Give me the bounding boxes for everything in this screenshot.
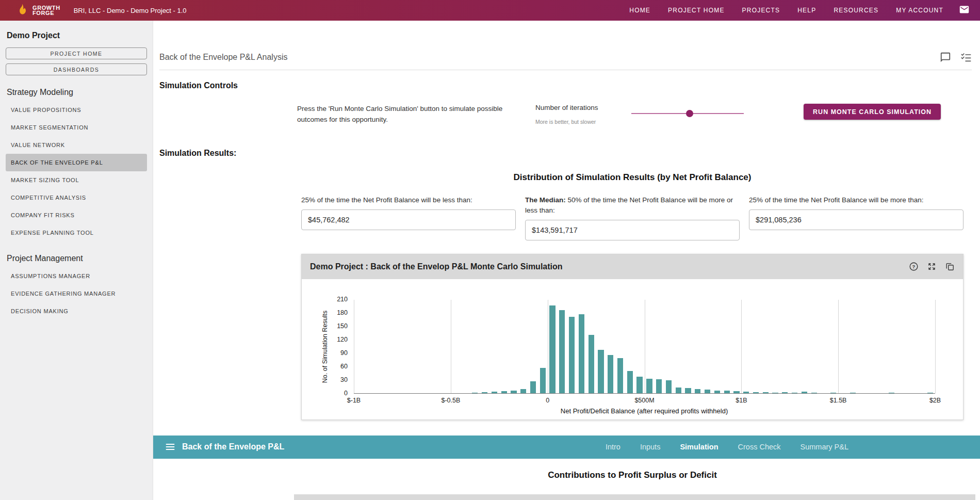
sidebar-item-value-propositions[interactable]: VALUE PROPOSITIONS (6, 101, 147, 119)
sidebar-item-back-of-the-envelope-p-l[interactable]: BACK OF THE ENVELOPE P&L (6, 154, 147, 171)
stat-value-input[interactable] (525, 220, 740, 240)
expand-icon[interactable] (927, 262, 937, 271)
sidebar-sections: Strategy ModelingVALUE PROPOSITIONSMARKE… (6, 88, 147, 320)
sidebar-section-title-strategy-modeling: Strategy Modeling (7, 88, 147, 97)
stat-value-input[interactable] (749, 209, 963, 230)
simulation-results-heading: Simulation Results: (159, 148, 972, 158)
nav-item-resources[interactable]: RESOURCES (834, 7, 878, 14)
app-logo[interactable]: GROWTH FORGE (15, 3, 60, 18)
chart-bar (472, 393, 478, 393)
chart-gridline (741, 300, 742, 393)
copy-icon[interactable] (945, 262, 955, 271)
chart-bar (792, 393, 797, 393)
simulation-controls-heading: Simulation Controls (159, 80, 972, 90)
chart-bar (782, 392, 788, 393)
chart-bar (520, 389, 526, 393)
iterations-slider-thumb[interactable] (686, 110, 693, 117)
chart-bar (540, 368, 546, 393)
nav-item-project-home[interactable]: PROJECT HOME (668, 7, 725, 14)
chart-gridline (935, 300, 936, 393)
flame-icon (15, 3, 29, 18)
chart-bar (530, 381, 536, 393)
contributions-section: Contributions to Profit Surplus or Defic… (301, 470, 963, 480)
chart-bar (579, 314, 584, 393)
sidebar-item-decision-making[interactable]: DECISION MAKING (6, 302, 147, 320)
chart-bar (559, 310, 565, 393)
topbar-nav: HOMEPROJECT HOMEPROJECTSHELPRESOURCESMY … (629, 7, 943, 14)
tab-intro[interactable]: Intro (606, 443, 620, 451)
sidebar-top-buttons: PROJECT HOMEDASHBOARDS (6, 47, 147, 75)
chart-bar (589, 335, 594, 393)
chart-bar (802, 392, 807, 393)
chart-bar (549, 305, 555, 393)
nav-item-help[interactable]: HELP (797, 7, 816, 14)
sidebar-item-market-sizing-tool[interactable]: MARKET SIZING TOOL (6, 171, 147, 189)
stat-value-input[interactable] (301, 209, 516, 230)
chart-xtick-label: 0 (546, 397, 549, 404)
chart-card-icons: ? (909, 262, 955, 271)
stat-column: 25% of the time the Net Profit Balance w… (301, 195, 516, 240)
bottom-toolbar-title: Back of the Envelope P&L (182, 442, 284, 451)
chart-bar (763, 392, 769, 393)
sidebar-item-competitive-analysis[interactable]: COMPETITIVE ANALYSIS (6, 189, 147, 206)
chart-bar (676, 388, 681, 393)
page-title: Back of the Envelope P&L Analysis (159, 53, 287, 62)
tab-simulation[interactable]: Simulation (680, 443, 718, 451)
chart-bar (627, 371, 633, 393)
comment-icon[interactable] (940, 52, 951, 63)
tab-inputs[interactable]: Inputs (640, 443, 661, 451)
chart-bar (636, 377, 642, 393)
chart-bar (927, 393, 933, 393)
logo-line2: FORGE (32, 10, 54, 16)
chart-xtick-label: $1.5B (830, 397, 847, 404)
stats-row: 25% of the time the Net Profit Balance w… (301, 195, 963, 240)
help-icon[interactable]: ? (909, 262, 919, 271)
stat-label: 25% of the time the Net Profit Balance w… (749, 195, 963, 205)
stat-column: The Median: 50% of the time the Net Prof… (525, 195, 740, 240)
sidebar-item-market-segmentation[interactable]: MARKET SEGMENTATION (6, 119, 147, 136)
tab-summary-p-l[interactable]: Summary P&L (801, 443, 848, 451)
topbar: GROWTH FORGE BRI, LLC - Demo - Demo Proj… (0, 0, 980, 21)
stat-column: 25% of the time the Net Profit Balance w… (749, 195, 963, 240)
sidebar-button-dashboards[interactable]: DASHBOARDS (6, 63, 147, 75)
sidebar-item-evidence-gathering-manager[interactable]: EVIDENCE GATHERING MANAGER (6, 285, 147, 302)
sidebar-item-assumptions-manager[interactable]: ASSUMPTIONS MANAGER (6, 267, 147, 285)
mail-icon (959, 4, 970, 17)
chart-bar (598, 350, 603, 393)
chart-ytick-label: 180 (337, 309, 348, 316)
sidebar-item-value-network[interactable]: VALUE NETWORK (6, 136, 147, 154)
chart-bar (705, 390, 710, 393)
chart-ytick-label: 90 (340, 349, 348, 357)
chart-bar (482, 392, 487, 393)
chart-xtick-label: $-1B (347, 397, 361, 404)
main-content: Back of the Envelope P&L Analysis Simula… (153, 21, 980, 500)
checklist-icon[interactable] (960, 52, 972, 63)
stat-label: 25% of the time the Net Profit Balance w… (301, 195, 516, 205)
nav-item-home[interactable]: HOME (629, 7, 650, 14)
sidebar-item-expense-planning-tool[interactable]: EXPENSE PLANNING TOOL (6, 224, 147, 241)
chart-bar (695, 389, 700, 393)
run-monte-carlo-button[interactable]: RUN MONTE CARLO SIMULATION (804, 104, 941, 120)
chart-bar (714, 391, 720, 393)
chart-bar (811, 393, 817, 393)
chart-bar (501, 391, 507, 393)
sidebar-button-project-home[interactable]: PROJECT HOME (6, 47, 147, 59)
bottom-toolbar: Back of the Envelope P&L IntroInputsSimu… (153, 436, 980, 459)
chart-bar (685, 388, 691, 393)
menu-icon[interactable] (165, 442, 175, 452)
chart-bar (646, 379, 652, 393)
sidebar-item-company-fit-risks[interactable]: COMPANY FIT RISKS (6, 206, 147, 224)
iterations-note: More is better, but slower (535, 119, 622, 125)
mail-button[interactable] (959, 4, 970, 17)
page-header: Back of the Envelope P&L Analysis (159, 52, 972, 70)
chart-xtick-label: $1B (736, 397, 747, 404)
nav-item-projects[interactable]: PROJECTS (742, 7, 780, 14)
tab-cross-check[interactable]: Cross Check (738, 443, 781, 451)
chart-ytick-label: 210 (337, 296, 348, 303)
chart-yaxis: 0306090120150180210 (302, 300, 351, 394)
chart-gridline (548, 300, 548, 393)
nav-item-my-account[interactable]: MY ACCOUNT (896, 7, 943, 14)
chart-gridline (451, 300, 451, 393)
iterations-slider[interactable] (631, 110, 744, 117)
sidebar: Demo Project PROJECT HOMEDASHBOARDS Stra… (0, 21, 153, 500)
